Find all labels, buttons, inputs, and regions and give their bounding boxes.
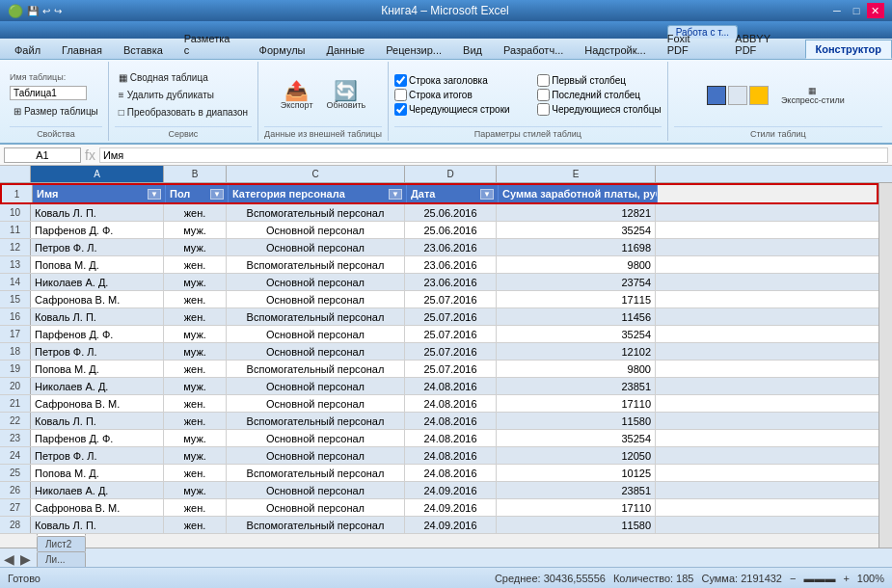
style-orange[interactable] [749,86,769,105]
remove-duplicates-btn[interactable]: ≡ Удалить дубликаты [115,88,252,102]
cell-pol[interactable]: жен. [164,499,227,516]
table-row[interactable]: 16 Коваль Л. П. жен. Вспомогательный пер… [0,308,878,326]
cell-cat[interactable]: Основной персонал [227,239,405,255]
tab-constructor[interactable]: Конструктор [805,40,892,59]
cell-name[interactable]: Коваль Л. П. [31,308,164,325]
cell-sum[interactable]: 17110 [497,395,656,412]
resize-table-btn[interactable]: ⊞ Размер таблицы [10,104,102,119]
cell-date[interactable]: 23.06.2016 [405,274,497,290]
cell-name[interactable]: Коваль Л. П. [31,517,164,533]
table-row[interactable]: 18 Петров Ф. Л. муж. Основной персонал 2… [0,343,878,361]
table-row[interactable]: 22 Коваль Л. П. жен. Вспомогательный пер… [0,413,878,430]
cell-pol[interactable]: муж. [164,239,227,255]
tab-formulas[interactable]: Формулы [249,40,316,59]
tab-view[interactable]: Вид [452,40,493,59]
cell-name[interactable]: Петров Ф. Л. [31,343,164,360]
cell-cat[interactable]: Основной персонал [227,343,405,360]
cell-pol[interactable]: муж. [164,430,227,446]
total-row-check[interactable]: Строка итогов [394,89,518,101]
table-row[interactable]: 27 Сафронова В. М. жен. Основной персона… [0,499,878,517]
cell-pol[interactable]: жен. [164,413,227,429]
table-row[interactable]: 24 Петров Ф. Л. муж. Основной персонал 2… [0,447,878,465]
col-header-a[interactable]: A [31,166,164,182]
cell-pol[interactable]: муж. [164,222,227,238]
cell-cat[interactable]: Вспомогательный персонал [227,256,405,273]
cell-cat[interactable]: Вспомогательный персонал [227,361,405,377]
cell-date[interactable]: 25.07.2016 [405,343,497,360]
cell-pol[interactable]: жен. [164,395,227,412]
cell-pol[interactable]: муж. [164,482,227,498]
cell-sum[interactable]: 35254 [497,430,656,446]
cell-date[interactable]: 24.09.2016 [405,482,497,498]
status-zoom-bar[interactable]: ▬▬▬ [803,573,835,584]
sheet-nav-left[interactable]: ◀ [4,551,14,567]
first-col-check[interactable]: Первый столбец [537,74,661,87]
last-col-check[interactable]: Последний столбец [537,89,661,101]
cell-cat[interactable]: Основной персонал [227,482,405,498]
cell-pol[interactable]: муж. [164,447,227,464]
table-row[interactable]: 28 Коваль Л. П. жен. Вспомогательный пер… [0,517,878,534]
cell-sum[interactable]: 11580 [497,413,656,429]
table-name-input[interactable] [10,86,87,100]
cell-cat[interactable]: Основной персонал [227,291,405,307]
cell-sum[interactable]: 35254 [497,326,656,342]
col-header-b[interactable]: B [164,166,227,182]
cell-cat[interactable]: Основной персонал [227,378,405,394]
quick-access-undo[interactable]: ↩ [42,6,50,16]
cell-date[interactable]: 24.08.2016 [405,465,497,481]
alternating-rows-check[interactable]: Чередующиеся строки [394,103,518,116]
cell-date[interactable]: 25.06.2016 [405,222,497,238]
cell-sum[interactable]: 9800 [497,361,656,377]
table-row[interactable]: 10 Коваль Л. П. жен. Вспомогательный пер… [0,204,878,222]
table-row[interactable]: 21 Сафронова В. М. жен. Основной персона… [0,395,878,413]
cell-name[interactable]: Парфенов Д. Ф. [31,430,164,446]
cell-cat[interactable]: Вспомогательный персонал [227,204,405,221]
col-header-e[interactable]: E [497,166,656,182]
quick-access-save[interactable]: 💾 [27,6,39,16]
restore-button[interactable]: □ [848,3,865,18]
filter-cat-btn[interactable]: ▼ [389,189,402,200]
table-row[interactable]: 13 Попова М. Д. жен. Вспомогательный пер… [0,256,878,274]
tab-data[interactable]: Данные [315,40,375,59]
cell-cat[interactable]: Вспомогательный персонал [227,517,405,533]
style-light[interactable] [728,86,747,105]
cell-cat[interactable]: Основной персонал [227,326,405,342]
cell-date[interactable]: 23.06.2016 [405,239,497,255]
table-row[interactable]: 12 Петров Ф. Л. муж. Основной персонал 2… [0,239,878,256]
cell-sum[interactable]: 12821 [497,204,656,221]
cell-pol[interactable]: муж. [164,378,227,394]
filter-name-btn[interactable]: ▼ [148,189,161,200]
header-row-check[interactable]: Строка заголовка [394,74,518,87]
status-zoom-out[interactable]: − [790,573,796,584]
cell-cat[interactable]: Вспомогательный персонал [227,413,405,429]
express-styles-btn[interactable]: ▦ Экспресс-стили [776,83,850,108]
cell-name[interactable]: Сафронова В. М. [31,395,164,412]
table-row[interactable]: 17 Парфенов Д. Ф. муж. Основной персонал… [0,326,878,343]
cell-date[interactable]: 24.08.2016 [405,378,497,394]
table-row[interactable]: 15 Сафронова В. М. жен. Основной персона… [0,291,878,308]
tab-insert[interactable]: Вставка [113,40,174,59]
cell-name[interactable]: Николаев А. Д. [31,378,164,394]
cell-name[interactable]: Петров Ф. Л. [31,239,164,255]
cell-cat[interactable]: Основной персонал [227,447,405,464]
cell-date[interactable]: 23.06.2016 [405,256,497,273]
cell-cat[interactable]: Вспомогательный персонал [227,465,405,481]
col-header-d[interactable]: D [405,166,497,182]
cell-pol[interactable]: жен. [164,465,227,481]
cell-sum[interactable]: 12102 [497,343,656,360]
cell-name[interactable]: Коваль Л. П. [31,413,164,429]
tab-addins[interactable]: Надстройк... [574,40,656,59]
tab-abbyy[interactable]: ABBYY PDF [724,29,804,59]
cell-sum[interactable]: 17115 [497,291,656,307]
cell-name[interactable]: Сафронова В. М. [31,291,164,307]
cell-cat[interactable]: Основной персонал [227,274,405,290]
tab-layout[interactable]: Разметка с [174,29,249,59]
tab-developer[interactable]: Разработч... [493,40,574,59]
cell-cat[interactable]: Основной персонал [227,430,405,446]
cell-date[interactable]: 25.06.2016 [405,204,497,221]
cell-sum[interactable]: 11698 [497,239,656,255]
tab-file[interactable]: Файл [4,40,51,59]
cell-date[interactable]: 24.08.2016 [405,395,497,412]
cell-sum[interactable]: 9800 [497,256,656,273]
export-btn[interactable]: 📤 Экспорт [276,78,318,113]
